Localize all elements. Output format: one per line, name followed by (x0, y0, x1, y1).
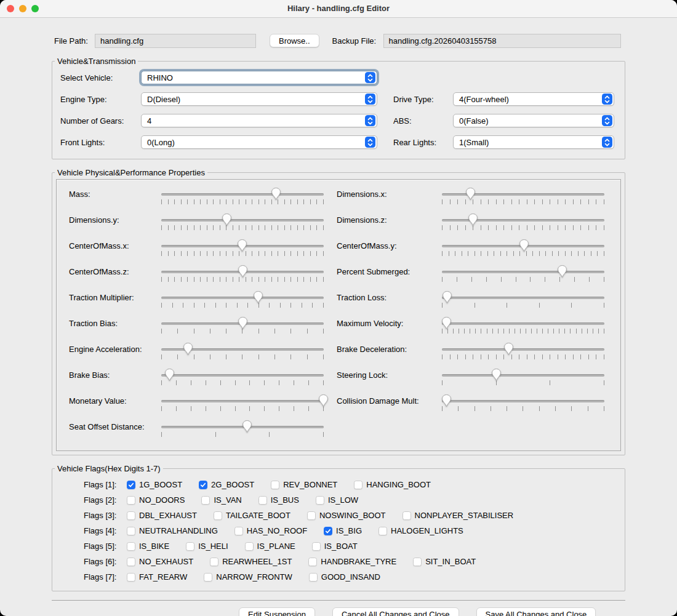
backup-file-field[interactable]: handling.cfg.20260403155758 (383, 34, 621, 48)
slider-thumb[interactable] (519, 239, 529, 252)
checkbox-no-doors[interactable] (127, 496, 135, 505)
checkbox-is-boat[interactable] (312, 542, 321, 551)
slider-dimensions-y[interactable] (161, 213, 324, 234)
slider-track[interactable] (442, 322, 604, 325)
slider-track[interactable] (442, 400, 604, 402)
slider-seat-offset-distance[interactable] (161, 420, 324, 441)
checkbox-is-low[interactable] (316, 496, 324, 505)
front-lights-dropdown[interactable]: 0(Long) (141, 135, 377, 149)
minimize-window-button[interactable] (19, 5, 26, 12)
slider-centerofmass-z[interactable] (161, 265, 324, 286)
slider-track[interactable] (161, 193, 324, 196)
checkbox-nonplayer-stabiliser[interactable] (403, 511, 411, 520)
checkbox-2g-boost[interactable] (199, 481, 207, 489)
browse-button[interactable]: Browse.. (270, 34, 319, 47)
checkbox-narrow-frontw[interactable] (204, 573, 212, 582)
slider-thumb[interactable] (443, 291, 452, 304)
dropdown-stepper-icon[interactable] (602, 94, 612, 105)
file-path-field[interactable]: handling.cfg (95, 34, 256, 48)
slider-track[interactable] (442, 374, 604, 377)
checkbox-good-insand[interactable] (309, 573, 318, 582)
rear-lights-dropdown[interactable]: 1(Small) (453, 135, 614, 149)
slider-thumb[interactable] (254, 291, 263, 304)
checkbox-is-bus[interactable] (258, 496, 267, 505)
slider-dimensions-z[interactable] (442, 213, 604, 234)
checkbox-rearwheel-1st[interactable] (210, 558, 218, 566)
slider-thumb[interactable] (558, 265, 567, 278)
checkbox-handbrake-tyre[interactable] (308, 558, 317, 566)
dropdown-stepper-icon[interactable] (365, 137, 375, 148)
slider-thumb[interactable] (242, 420, 252, 433)
dropdown-stepper-icon[interactable] (602, 137, 612, 148)
select-vehicle-dropdown[interactable]: RHINO (141, 71, 377, 84)
close-window-button[interactable] (7, 5, 14, 12)
checkbox-hanging-boot[interactable] (354, 481, 363, 489)
slider-thumb[interactable] (466, 188, 475, 201)
zoom-window-button[interactable] (31, 5, 39, 12)
slider-dimensions-x[interactable] (442, 187, 604, 208)
slider-thumb[interactable] (271, 188, 281, 201)
slider-traction-multiplier[interactable] (161, 290, 324, 311)
slider-thumb[interactable] (504, 343, 513, 356)
slider-engine-acceleration[interactable] (161, 342, 324, 363)
slider-track[interactable] (161, 219, 324, 222)
slider-steering-lock[interactable] (442, 368, 604, 389)
cancel-all-changes-button[interactable]: Cancel All Changes and Close (332, 607, 459, 616)
checkbox-sit-in-boat[interactable] (413, 558, 422, 566)
slider-centerofmass-x[interactable] (161, 239, 324, 260)
save-all-changes-button[interactable]: Save All Changes and Close (476, 607, 596, 616)
slider-track[interactable] (161, 374, 324, 377)
checkbox-tailgate-boot[interactable] (214, 511, 222, 520)
engine-type-dropdown[interactable]: D(Diesel) (141, 92, 377, 106)
checkbox-1g-boost[interactable] (127, 481, 135, 489)
checkbox-is-plane[interactable] (245, 542, 254, 551)
slider-thumb[interactable] (319, 394, 328, 407)
slider-centerofmass-y[interactable] (442, 239, 604, 260)
checkbox-noswing-boot[interactable] (307, 511, 316, 520)
checkbox-neutralhandling[interactable] (127, 527, 135, 535)
checkbox-is-heli[interactable] (186, 542, 194, 551)
dropdown-stepper-icon[interactable] (365, 115, 375, 126)
slider-track[interactable] (442, 271, 604, 273)
checkbox-dbl-exhaust[interactable] (127, 511, 135, 520)
checkbox-halogen-lights[interactable] (379, 527, 387, 535)
edit-suspension-button[interactable]: Edit Suspension (239, 607, 315, 616)
slider-thumb[interactable] (238, 265, 247, 278)
checkbox-is-big[interactable] (324, 527, 332, 535)
slider-thumb[interactable] (442, 394, 451, 407)
slider-mass[interactable] (161, 187, 324, 208)
slider-thumb[interactable] (238, 317, 247, 330)
slider-collision-damage-mult[interactable] (442, 394, 604, 415)
slider-monetary-value[interactable] (161, 394, 324, 415)
checkbox-no-exhaust[interactable] (127, 558, 135, 566)
drive-type-dropdown[interactable]: 4(Four-wheel) (453, 92, 614, 106)
slider-track[interactable] (161, 297, 324, 299)
slider-maximum-velocity[interactable] (442, 316, 604, 337)
dropdown-stepper-icon[interactable] (365, 72, 375, 83)
abs-dropdown[interactable]: 0(False) (453, 114, 614, 127)
slider-thumb[interactable] (468, 214, 478, 226)
slider-thumb[interactable] (238, 239, 247, 252)
slider-thumb[interactable] (442, 317, 451, 330)
checkbox-is-van[interactable] (201, 496, 210, 505)
dropdown-stepper-icon[interactable] (602, 115, 612, 126)
slider-track[interactable] (442, 219, 604, 222)
slider-thumb[interactable] (183, 343, 193, 356)
number-of-gears-dropdown[interactable]: 4 (141, 114, 377, 127)
slider-thumb[interactable] (165, 369, 174, 382)
slider-traction-loss[interactable] (442, 290, 604, 311)
slider-thumb[interactable] (222, 214, 231, 226)
dropdown-stepper-icon[interactable] (365, 94, 375, 105)
slider-thumb[interactable] (492, 369, 501, 382)
checkbox-fat-rearw[interactable] (127, 573, 135, 582)
slider-track[interactable] (442, 348, 604, 351)
slider-track[interactable] (161, 400, 324, 402)
slider-percent-submerged[interactable] (442, 265, 604, 286)
checkbox-is-bike[interactable] (127, 542, 135, 551)
titlebar[interactable]: Hilary - handling.cfg Editor (0, 0, 677, 18)
slider-traction-bias[interactable] (161, 316, 324, 337)
checkbox-rev-bonnet[interactable] (271, 481, 279, 489)
slider-brake-deceleration[interactable] (442, 342, 604, 363)
slider-track[interactable] (442, 297, 604, 299)
checkbox-has-no-roof[interactable] (234, 527, 243, 535)
